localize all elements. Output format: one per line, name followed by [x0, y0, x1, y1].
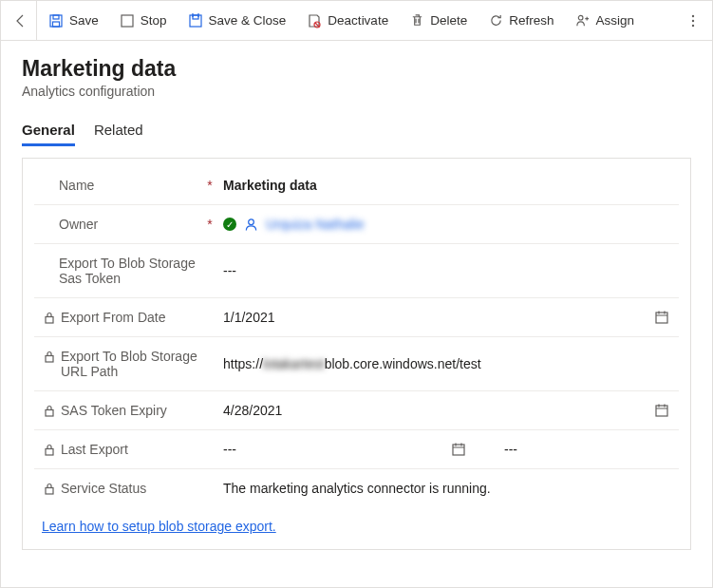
svg-rect-4: [190, 15, 201, 27]
page-title: Marketing data: [22, 56, 691, 82]
svg-point-10: [692, 24, 694, 26]
lock-icon: [44, 312, 55, 324]
svg-rect-12: [46, 317, 53, 324]
export-from-label: Export From Date: [61, 310, 165, 325]
required-indicator: *: [204, 178, 216, 193]
person-icon: [244, 218, 258, 232]
owner-value: Urquiza Nathalie: [266, 217, 365, 232]
svg-point-8: [692, 14, 694, 16]
refresh-label: Refresh: [509, 13, 554, 28]
delete-label: Delete: [430, 13, 467, 28]
back-button[interactable]: [5, 1, 37, 41]
stop-icon: [120, 13, 135, 28]
name-value: Marketing data: [223, 178, 317, 193]
tab-general[interactable]: General: [22, 116, 75, 146]
name-label: Name: [59, 178, 94, 193]
field-last-export[interactable]: Last Export --- ---: [34, 430, 679, 469]
delete-icon: [409, 13, 424, 28]
service-status-label: Service Status: [61, 481, 146, 496]
field-sas-expiry[interactable]: SAS Token Expiry 4/28/2021: [34, 391, 679, 430]
field-name[interactable]: Name * Marketing data: [34, 166, 679, 205]
form-panel: Name * Marketing data Owner * ✓ Urquiza …: [22, 158, 691, 550]
svg-rect-17: [46, 449, 53, 456]
page-content: Marketing data Analytics configuration G…: [1, 41, 712, 560]
svg-rect-3: [122, 15, 133, 27]
save-label: Save: [69, 13, 99, 28]
svg-rect-19: [46, 488, 53, 495]
save-close-icon: [188, 13, 203, 28]
svg-point-11: [249, 218, 254, 224]
svg-rect-1: [53, 15, 59, 19]
sas-token-value: ---: [223, 263, 236, 278]
svg-rect-0: [50, 15, 62, 27]
assign-icon: [574, 13, 590, 28]
back-arrow-icon: [13, 13, 28, 28]
more-vertical-icon: [685, 13, 701, 28]
save-icon: [48, 13, 64, 28]
save-button[interactable]: Save: [39, 8, 108, 34]
command-bar: Save Stop Save & Close Deactivate Delete…: [1, 1, 712, 41]
lock-icon: [44, 483, 55, 495]
lock-icon: [44, 444, 55, 456]
last-export-label: Last Export: [61, 442, 128, 457]
save-close-button[interactable]: Save & Close: [178, 8, 296, 34]
field-url-path[interactable]: Export To Blob Storage URL Path https://…: [34, 337, 679, 391]
deactivate-icon: [307, 13, 322, 28]
page-subtitle: Analytics configuration: [22, 84, 691, 99]
url-path-label: Export To Blob Storage URL Path: [61, 349, 204, 379]
refresh-button[interactable]: Refresh: [478, 8, 563, 34]
assign-button[interactable]: Assign: [565, 8, 644, 34]
url-path-value: https://lotakartestblob.core.windows.net…: [223, 356, 481, 371]
overflow-menu-button[interactable]: [678, 6, 708, 36]
svg-rect-18: [453, 445, 464, 455]
help-link[interactable]: Learn how to setup blob storage export.: [42, 519, 276, 534]
required-indicator: *: [204, 217, 216, 232]
sas-expiry-label: SAS Token Expiry: [61, 403, 167, 418]
tab-list: General Related: [22, 116, 691, 146]
check-circle-icon: ✓: [223, 218, 236, 231]
deactivate-button[interactable]: Deactivate: [297, 8, 398, 34]
last-export-date-value: ---: [223, 442, 413, 457]
svg-rect-13: [656, 313, 667, 323]
sas-token-label: Export To Blob Storage Sas Token: [59, 256, 204, 286]
save-close-label: Save & Close: [209, 13, 287, 28]
service-status-value: The marketing analytics connector is run…: [223, 481, 491, 496]
delete-button[interactable]: Delete: [400, 8, 477, 34]
lock-icon: [44, 351, 55, 363]
svg-rect-14: [46, 356, 53, 363]
stop-label: Stop: [141, 13, 167, 28]
svg-point-9: [692, 19, 694, 21]
svg-rect-15: [46, 410, 53, 417]
calendar-icon[interactable]: [654, 403, 669, 418]
lock-icon: [44, 405, 55, 417]
last-export-time-value: ---: [504, 442, 517, 457]
field-service-status: Service Status The marketing analytics c…: [34, 469, 679, 507]
export-from-value: 1/1/2021: [223, 310, 275, 325]
svg-rect-5: [193, 15, 198, 19]
field-sas-token[interactable]: Export To Blob Storage Sas Token ---: [34, 244, 679, 298]
stop-button[interactable]: Stop: [110, 8, 177, 34]
deactivate-label: Deactivate: [328, 13, 388, 28]
calendar-icon[interactable]: [451, 442, 466, 457]
refresh-icon: [488, 13, 503, 28]
tab-related[interactable]: Related: [94, 116, 143, 146]
field-owner[interactable]: Owner * ✓ Urquiza Nathalie: [34, 205, 679, 244]
calendar-icon[interactable]: [654, 310, 669, 325]
svg-rect-16: [656, 406, 667, 416]
assign-label: Assign: [595, 13, 634, 28]
field-export-from-date[interactable]: Export From Date 1/1/2021: [34, 298, 679, 337]
sas-expiry-value: 4/28/2021: [223, 403, 282, 418]
svg-rect-2: [53, 22, 60, 27]
owner-label: Owner: [59, 217, 98, 232]
svg-point-7: [578, 15, 583, 20]
